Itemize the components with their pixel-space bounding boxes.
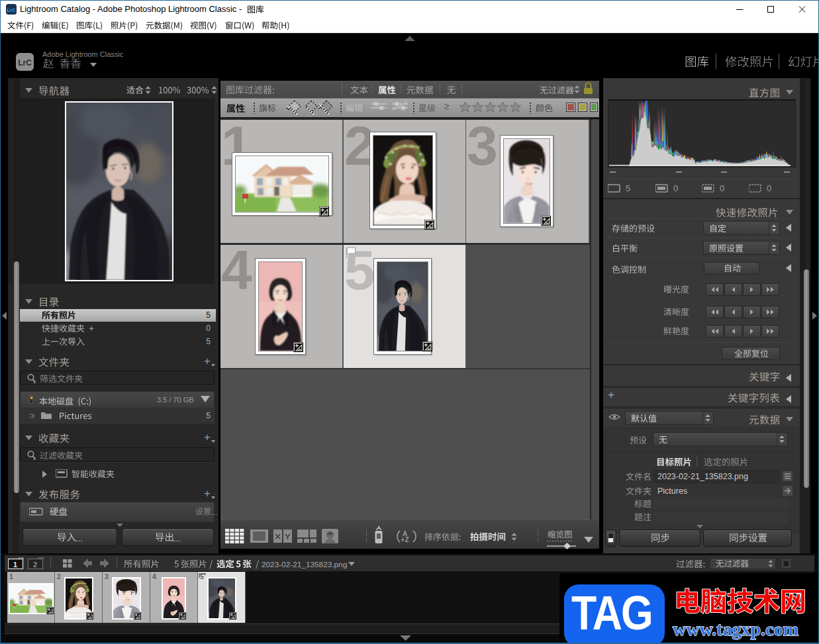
svg-text:www.tagxp.com: www.tagxp.com bbox=[673, 619, 798, 639]
svg-text:2: 2 bbox=[33, 561, 37, 569]
svg-text:1: 1 bbox=[13, 561, 17, 569]
svg-text:LrC: LrC bbox=[18, 58, 32, 68]
svg-text:Z: Z bbox=[405, 536, 409, 543]
svg-text:LrC: LrC bbox=[7, 7, 17, 13]
